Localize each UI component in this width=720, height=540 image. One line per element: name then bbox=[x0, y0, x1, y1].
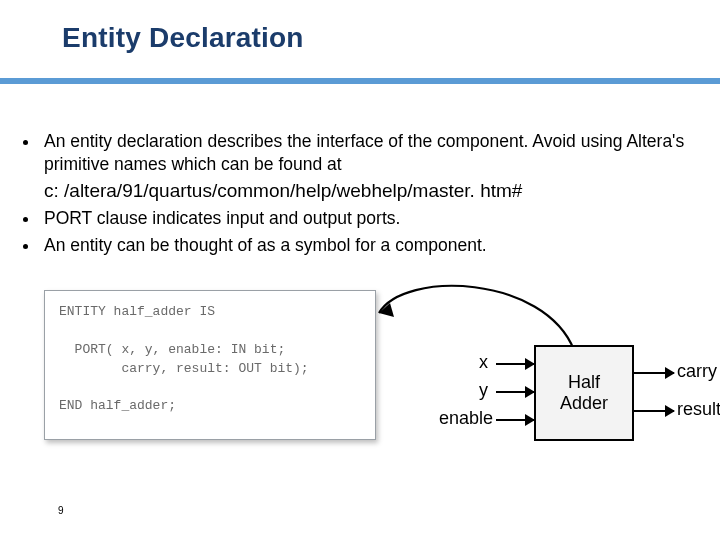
bullet-2: PORT clause indicates input and output p… bbox=[40, 207, 690, 230]
wire-enable bbox=[496, 419, 534, 421]
block-name-l2: Adder bbox=[560, 393, 608, 413]
bullet-3: An entity can be thought of as a symbol … bbox=[40, 234, 690, 257]
wire-carry bbox=[634, 372, 674, 374]
page-number: 9 bbox=[58, 505, 64, 516]
label-result: result bbox=[677, 399, 720, 420]
code-l1: ENTITY half_adder IS bbox=[59, 304, 215, 319]
label-enable: enable bbox=[439, 408, 493, 429]
wire-x bbox=[496, 363, 534, 365]
slide: Entity Declaration An entity declaration… bbox=[0, 0, 720, 540]
vhdl-code-box: ENTITY half_adder IS PORT( x, y, enable:… bbox=[44, 290, 376, 440]
bullet-1-path: c: /altera/91/quartus/common/help/webhel… bbox=[44, 178, 690, 203]
figure-area: ENTITY half_adder IS PORT( x, y, enable:… bbox=[44, 290, 694, 470]
block-name-l1: Half bbox=[568, 372, 600, 392]
vhdl-code: ENTITY half_adder IS PORT( x, y, enable:… bbox=[59, 303, 361, 416]
wire-y bbox=[496, 391, 534, 393]
half-adder-block: Half Adder bbox=[534, 345, 634, 441]
wire-result bbox=[634, 410, 674, 412]
label-y: y bbox=[479, 380, 488, 401]
code-l4: carry, result: OUT bit); bbox=[59, 361, 309, 376]
code-l6: END half_adder; bbox=[59, 398, 176, 413]
bullet-1: An entity declaration describes the inte… bbox=[40, 130, 690, 203]
bullet-1-text: An entity declaration describes the inte… bbox=[44, 131, 684, 174]
label-x: x bbox=[479, 352, 488, 373]
code-l3: PORT( x, y, enable: IN bit; bbox=[59, 342, 285, 357]
label-carry: carry bbox=[677, 361, 717, 382]
bullet-list: An entity declaration describes the inte… bbox=[22, 130, 690, 261]
title-divider bbox=[0, 78, 720, 84]
page-title: Entity Declaration bbox=[62, 22, 304, 54]
